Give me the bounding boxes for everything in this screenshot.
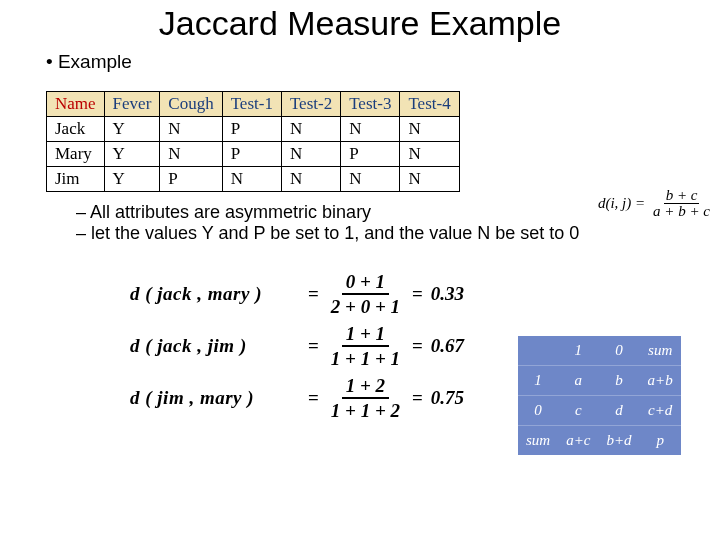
cell: N <box>160 142 222 167</box>
col-name: Name <box>47 92 105 117</box>
cell: N <box>222 167 281 192</box>
jaccard-formula: d(i, j) = b + c a + b + c <box>598 188 712 219</box>
cell: N <box>160 117 222 142</box>
formula-numerator: b + c <box>664 188 700 204</box>
cell: N <box>341 167 400 192</box>
eq-den: 1 + 1 + 1 <box>327 347 404 368</box>
col-test3: Test-3 <box>341 92 400 117</box>
table-header-row: Name Fever Cough Test-1 Test-2 Test-3 Te… <box>47 92 460 117</box>
cell: Y <box>104 117 160 142</box>
cell: P <box>222 117 281 142</box>
formula-denominator: a + b + c <box>651 204 712 219</box>
cell: Y <box>104 142 160 167</box>
cell: P <box>341 142 400 167</box>
eq-result: 0.67 <box>431 335 464 357</box>
eq-result: 0.33 <box>431 283 464 305</box>
attribute-table: Name Fever Cough Test-1 Test-2 Test-3 Te… <box>46 91 460 192</box>
table-row: Jim Y P N N N N <box>47 167 460 192</box>
cm-cell: a <box>558 366 598 396</box>
cell: N <box>281 167 340 192</box>
table-row: Mary Y N P N P N <box>47 142 460 167</box>
cm-cell: 1 <box>518 366 558 396</box>
eq-den: 2 + 0 + 1 <box>327 295 404 316</box>
cm-cell: c+d <box>640 396 681 426</box>
col-test1: Test-1 <box>222 92 281 117</box>
cell: P <box>160 167 222 192</box>
formula-lhs: d(i, j) = <box>598 195 645 212</box>
cm-cell: d <box>598 396 639 426</box>
cell: Y <box>104 167 160 192</box>
cm-cell: b+d <box>598 426 639 456</box>
cm-cell: b <box>598 366 639 396</box>
confusion-matrix: 1 0 sum 1 a b a+b 0 c d c+d sum a+c b+d … <box>518 336 681 455</box>
eq-num: 0 + 1 <box>342 272 389 295</box>
equals-sign: = <box>408 387 427 409</box>
cell: N <box>341 117 400 142</box>
col-fever: Fever <box>104 92 160 117</box>
equals-sign: = <box>304 387 323 409</box>
cm-cell: c <box>558 396 598 426</box>
cm-cell: p <box>640 426 681 456</box>
equals-sign: = <box>304 283 323 305</box>
bullet-example: Example <box>46 51 720 73</box>
cell: N <box>400 142 459 167</box>
eq-lhs: d ( jack , mary ) <box>130 283 304 305</box>
cell: N <box>281 117 340 142</box>
cm-cell: 0 <box>518 396 558 426</box>
cm-cell <box>518 336 558 366</box>
col-test4: Test-4 <box>400 92 459 117</box>
eq-lhs: d ( jack , jim ) <box>130 335 304 357</box>
cell: N <box>400 167 459 192</box>
page-title: Jaccard Measure Example <box>0 4 720 43</box>
cm-cell: a+c <box>558 426 598 456</box>
cm-cell: 1 <box>558 336 598 366</box>
cell: Mary <box>47 142 105 167</box>
cell: P <box>222 142 281 167</box>
cm-cell: 0 <box>598 336 639 366</box>
eq-lhs: d ( jim , mary ) <box>130 387 304 409</box>
equals-sign: = <box>408 335 427 357</box>
eq-num: 1 + 1 <box>342 324 389 347</box>
cm-cell: sum <box>640 336 681 366</box>
cell: Jim <box>47 167 105 192</box>
eq-den: 1 + 1 + 2 <box>327 399 404 420</box>
cm-cell: a+b <box>640 366 681 396</box>
cm-cell: sum <box>518 426 558 456</box>
col-test2: Test-2 <box>281 92 340 117</box>
cell: Jack <box>47 117 105 142</box>
equals-sign: = <box>408 283 427 305</box>
eq-result: 0.75 <box>431 387 464 409</box>
equation-row: d ( jack , mary ) = 0 + 1 2 + 0 + 1 = 0.… <box>130 272 720 316</box>
sub-bullet: let the values Y and P be set to 1, and … <box>76 223 720 244</box>
equals-sign: = <box>304 335 323 357</box>
cell: N <box>400 117 459 142</box>
table-row: Jack Y N P N N N <box>47 117 460 142</box>
eq-num: 1 + 2 <box>342 376 389 399</box>
col-cough: Cough <box>160 92 222 117</box>
cell: N <box>281 142 340 167</box>
